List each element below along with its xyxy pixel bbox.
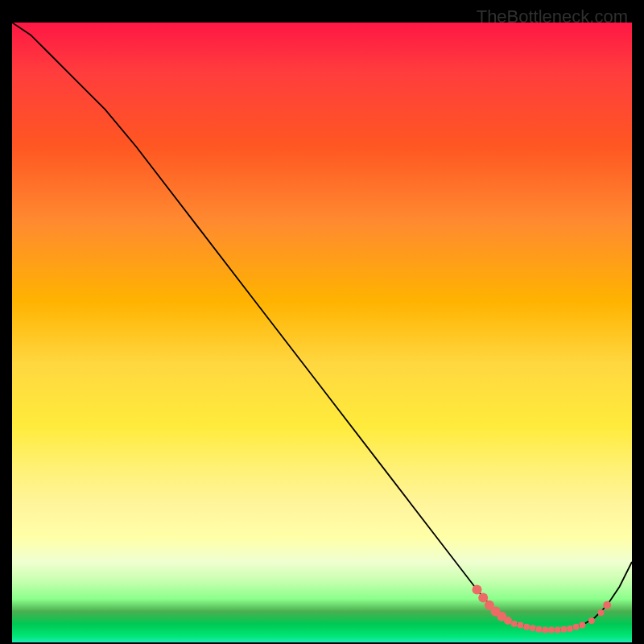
data-point bbox=[530, 625, 536, 631]
data-point bbox=[579, 621, 585, 628]
data-points-group bbox=[473, 585, 612, 634]
data-point bbox=[548, 627, 555, 634]
data-point bbox=[504, 617, 512, 625]
data-point bbox=[517, 621, 523, 628]
bottleneck-curve-line bbox=[12, 23, 632, 630]
data-point bbox=[536, 626, 543, 633]
data-point bbox=[598, 609, 605, 616]
data-point bbox=[560, 626, 567, 633]
data-point bbox=[478, 593, 488, 603]
chart-area bbox=[12, 23, 632, 642]
data-point bbox=[555, 627, 561, 634]
data-point bbox=[567, 625, 573, 632]
data-point bbox=[523, 624, 530, 630]
data-point bbox=[588, 617, 595, 624]
chart-svg bbox=[12, 23, 632, 642]
data-point bbox=[511, 621, 518, 627]
data-point bbox=[542, 627, 548, 634]
data-point bbox=[473, 585, 482, 595]
attribution-text: TheBottleneck.com bbox=[477, 6, 628, 27]
data-point bbox=[573, 624, 580, 630]
data-point bbox=[603, 601, 611, 609]
